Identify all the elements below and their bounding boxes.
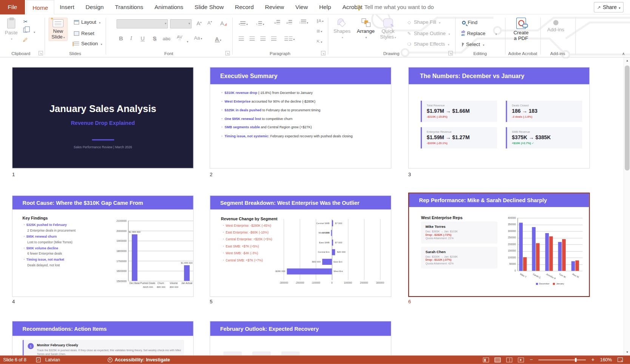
x-tick-label: -100000 (307, 282, 325, 284)
y-tick-label: 1500000 (111, 280, 127, 282)
slide-thumbnail-4[interactable]: Root Cause: Where the $310K Gap Came Fro… (12, 195, 194, 297)
tab-design[interactable]: Design (80, 0, 110, 14)
language-button[interactable]: Latvian (45, 357, 60, 362)
copy-icon[interactable] (23, 28, 28, 32)
slide-indicator[interactable]: Slide 6 of 8 (3, 357, 26, 362)
tab-slide-show[interactable]: Slide Show (189, 0, 229, 14)
create-pdf-button[interactable]: Create a PDF (513, 18, 528, 41)
collapse-ribbon-button[interactable] (622, 51, 625, 56)
slide-thumbnail-7[interactable]: Recommendations: Action Items 1 Monitor … (12, 321, 194, 355)
ribbon-tab-row: File HomeInsertDesignTransitionsAnimatio… (0, 0, 630, 14)
align-text-button[interactable]: ⊞ (317, 29, 322, 34)
align-center-button[interactable] (250, 35, 255, 42)
clear-formatting-button[interactable]: A◢ (220, 20, 227, 26)
slide-thumbnail-1[interactable]: January Sales Analysis Revenue Drop Expl… (12, 67, 194, 169)
convert-smartart-button[interactable]: ⇱ (317, 39, 322, 44)
text-direction-button[interactable]: ∥A (317, 18, 323, 23)
shapes-button[interactable]: Shapes (334, 18, 351, 40)
share-button[interactable]: Share (594, 2, 624, 12)
slide-thumbnail-6[interactable]: Rep Performance: Mike & Sarah Declined S… (408, 193, 590, 297)
replace-button[interactable]: abac Replace (461, 31, 497, 36)
clipboard-dialog-launcher[interactable] (39, 51, 43, 55)
tab-review[interactable]: Review (259, 0, 290, 14)
x-tick-label: 0 (323, 282, 341, 284)
normal-view-button[interactable] (483, 357, 489, 362)
format-painter-icon[interactable]: 🖉 (23, 37, 28, 43)
layout-button[interactable]: Layout (74, 19, 100, 25)
segment-bar (331, 230, 332, 236)
reset-button[interactable]: Reset (74, 31, 94, 36)
paste-button[interactable]: Paste (5, 18, 18, 41)
columns-button[interactable] (284, 35, 295, 42)
shape-fill-button[interactable]: ◇ Shape Fill (407, 19, 440, 25)
section-button[interactable]: Section (74, 41, 102, 47)
font-dialog-launcher[interactable] (225, 51, 230, 55)
shape-effects-button[interactable]: ❍ Shape Effects (407, 41, 449, 47)
spell-check-button[interactable] (36, 357, 40, 362)
shapes-icon (337, 18, 347, 27)
copy-chevron-icon[interactable] (33, 28, 35, 35)
tab-insert[interactable]: Insert (54, 0, 80, 14)
reading-view-button[interactable] (506, 357, 513, 362)
paragraph-dialog-launcher[interactable] (321, 51, 326, 55)
font-name-combo[interactable] (116, 19, 168, 28)
accessibility-button[interactable]: Accessibility: Investigate (108, 357, 170, 362)
align-right-button[interactable] (260, 35, 266, 42)
tab-home[interactable]: Home (26, 0, 54, 14)
slide-thumbnail-3[interactable]: The Numbers: December vs January Total R… (408, 67, 590, 169)
tab-view[interactable]: View (290, 0, 313, 14)
zoom-slider-thumb[interactable] (575, 358, 576, 362)
text-shadow-button[interactable]: S (153, 35, 156, 42)
slideshow-button[interactable] (518, 357, 524, 362)
find-button[interactable]: Find (462, 20, 477, 25)
grow-font-button[interactable]: A▴ (196, 20, 202, 26)
tell-me[interactable]: Tell me what you want to do (357, 0, 434, 14)
chevron-down-icon[interactable] (186, 37, 188, 44)
zoom-in-button[interactable]: + (591, 357, 594, 363)
character-spacing-button[interactable]: AV↔ (177, 34, 182, 41)
zoom-level[interactable]: 160% (600, 357, 612, 362)
quick-styles-button[interactable]: Quick Styles (380, 18, 396, 40)
bullets-button[interactable]: • (239, 20, 248, 26)
create-pdf-icon (516, 18, 526, 29)
tab-file[interactable]: File (0, 0, 25, 14)
line-spacing-button[interactable]: ↕ (299, 20, 308, 25)
font-size-combo[interactable] (170, 19, 191, 28)
bold-button[interactable]: B (119, 35, 123, 42)
tab-record[interactable]: Record (229, 0, 259, 14)
scrollbar-thumb[interactable] (625, 65, 630, 170)
font-color-button[interactable]: A (215, 36, 221, 42)
italic-button[interactable]: I (130, 35, 132, 42)
tab-transitions[interactable]: Transitions (109, 0, 149, 14)
cut-icon[interactable]: ✂ (23, 18, 28, 25)
slide-thumbnail-8[interactable]: February Outlook: Expected Recovery (210, 321, 391, 355)
vertical-scrollbar[interactable]: ▴ ▾ (624, 57, 630, 355)
strikethrough-button[interactable]: abc (163, 36, 171, 42)
underline-button[interactable]: U (141, 35, 145, 42)
slide-thumbnail-2[interactable]: Executive Summary $310K revenue drop (-1… (210, 67, 391, 169)
tab-help[interactable]: Help (313, 0, 337, 14)
decrease-indent-button[interactable]: « (274, 20, 279, 25)
new-slide-button[interactable]: New Slide (49, 18, 68, 41)
tab-animations[interactable]: Animations (149, 0, 189, 14)
zoom-out-button[interactable]: − (530, 357, 533, 363)
increase-indent-button[interactable]: » (286, 20, 292, 25)
numbering-button[interactable]: ⒈ (256, 20, 264, 26)
align-left-button[interactable] (239, 35, 244, 42)
justify-button[interactable] (271, 35, 276, 42)
drawing-dialog-launcher[interactable] (448, 51, 453, 55)
slide-thumbnail-5[interactable]: Segment Breakdown: West Enterprise Was t… (210, 195, 391, 297)
arrange-button[interactable]: Arrange (357, 18, 375, 40)
select-button[interactable]: Select (462, 42, 484, 48)
addins-icon (553, 20, 558, 25)
shape-outline-button[interactable]: ✎ Shape Outline (407, 31, 450, 36)
shrink-font-button[interactable]: A▾ (207, 20, 212, 26)
scroll-up-arrow[interactable]: ▴ (624, 57, 630, 64)
change-case-button[interactable]: Aa (194, 35, 202, 41)
title-slide-background: January Sales Analysis Revenue Drop Expl… (12, 68, 193, 168)
zoom-slider[interactable] (538, 359, 586, 360)
scroll-down-arrow[interactable]: ▾ (624, 349, 630, 355)
fit-to-window-button[interactable] (618, 358, 623, 362)
slide-sorter-view-button[interactable] (495, 357, 501, 362)
addins-button[interactable]: Add-ins (547, 20, 564, 32)
